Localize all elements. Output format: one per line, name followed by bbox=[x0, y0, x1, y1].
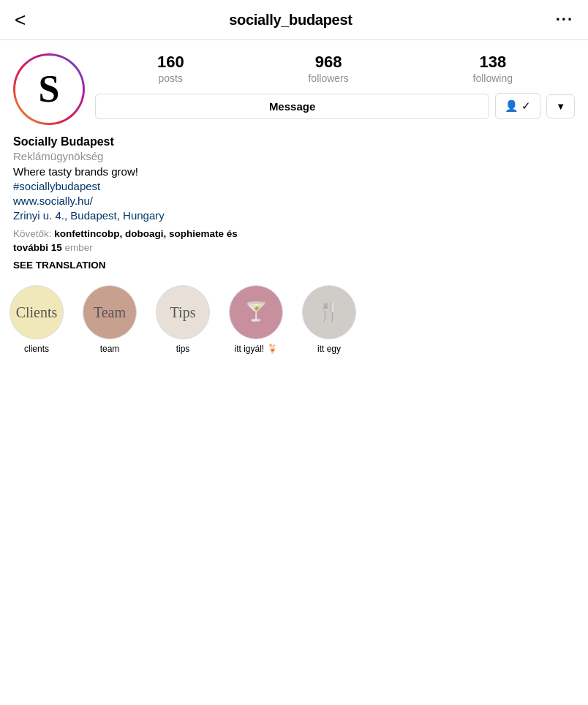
avatar: S bbox=[15, 56, 83, 123]
person-icon: 👤 bbox=[505, 99, 519, 113]
fork-icon: 🍴 bbox=[317, 301, 341, 323]
story-item-tips[interactable]: Tips tips bbox=[146, 285, 219, 354]
avatar-ring[interactable]: S bbox=[13, 53, 85, 125]
stat-following[interactable]: 138 following bbox=[473, 53, 513, 84]
story-label-food: itt egy bbox=[317, 344, 341, 354]
see-translation-button[interactable]: SEE TRANSLATION bbox=[13, 260, 575, 271]
story-label-drinks: itt igyál! 🍹 bbox=[234, 344, 277, 354]
dropdown-button[interactable]: ▼ bbox=[546, 94, 575, 118]
story-item-food[interactable]: 🍴 itt egy bbox=[293, 285, 366, 354]
cocktail-icon: 🍸 bbox=[244, 301, 268, 323]
posts-label: posts bbox=[159, 72, 183, 84]
followers-mention-prefix: Követők: bbox=[13, 228, 54, 239]
story-circle-drinks: 🍸 bbox=[229, 285, 283, 339]
header: < socially_budapest ··· bbox=[0, 0, 588, 40]
profile-name: Socially Budapest bbox=[13, 135, 575, 148]
story-text-clients: Clients bbox=[13, 301, 61, 323]
profile-section: S 160 posts 968 followers 138 following … bbox=[0, 40, 588, 125]
message-button[interactable]: Message bbox=[95, 94, 489, 119]
stats-row: 160 posts 968 followers 138 following bbox=[95, 53, 575, 84]
stats-area: 160 posts 968 followers 138 following Me… bbox=[95, 53, 575, 119]
profile-hashtag[interactable]: #sociallybudapest bbox=[13, 180, 575, 192]
story-item-team[interactable]: Team team bbox=[73, 285, 146, 354]
profile-location[interactable]: Zrinyi u. 4., Budapest, Hungary bbox=[13, 209, 575, 222]
checkmark-icon: ✓ bbox=[521, 99, 531, 113]
story-circle-team: Team bbox=[83, 285, 137, 339]
story-item-clients[interactable]: Clients clients bbox=[0, 285, 73, 354]
followers-count: 968 bbox=[315, 53, 342, 71]
bio-section: Socially Budapest Reklámügynökség Where … bbox=[0, 125, 588, 271]
posts-count: 160 bbox=[157, 53, 184, 71]
profile-website[interactable]: www.socially.hu/ bbox=[13, 195, 575, 207]
follow-check-button[interactable]: 👤 ✓ bbox=[495, 93, 540, 119]
story-item-drinks[interactable]: 🍸 itt igyál! 🍹 bbox=[219, 285, 293, 354]
story-circle-food: 🍴 bbox=[302, 285, 356, 339]
stat-followers[interactable]: 968 followers bbox=[308, 53, 348, 84]
story-circle-clients: Clients bbox=[10, 285, 64, 339]
username-header: socially_budapest bbox=[229, 12, 352, 29]
followers-mention: Követők: konfettincobp, doboagi, sophiem… bbox=[13, 227, 575, 255]
followers-label: followers bbox=[308, 72, 348, 84]
story-circle-tips: Tips bbox=[156, 285, 210, 339]
more-options-button[interactable]: ··· bbox=[556, 10, 573, 29]
story-label-tips: tips bbox=[176, 344, 190, 354]
story-text-tips: Tips bbox=[167, 301, 199, 323]
stat-posts[interactable]: 160 posts bbox=[157, 53, 184, 84]
followers-mention-names[interactable]: konfettincobp, doboagi, sophiemate és bbox=[54, 228, 238, 239]
profile-tagline: Where tasty brands grow! bbox=[13, 165, 575, 178]
avatar-letter: S bbox=[39, 70, 60, 108]
story-label-team: team bbox=[100, 344, 120, 354]
stories-row: Clients clients Team team Tips tips 🍸 it… bbox=[0, 271, 588, 360]
following-count: 138 bbox=[479, 53, 506, 71]
back-button[interactable]: < bbox=[15, 10, 26, 29]
profile-category: Reklámügynökség bbox=[13, 150, 575, 162]
story-text-team: Team bbox=[91, 301, 129, 323]
followers-mention-count[interactable]: további 15 bbox=[13, 242, 62, 253]
story-label-clients: clients bbox=[24, 344, 49, 354]
followers-mention-suffix: ember bbox=[62, 242, 93, 253]
chevron-down-icon: ▼ bbox=[556, 101, 565, 112]
following-label: following bbox=[473, 72, 513, 84]
action-row: Message 👤 ✓ ▼ bbox=[95, 93, 575, 119]
